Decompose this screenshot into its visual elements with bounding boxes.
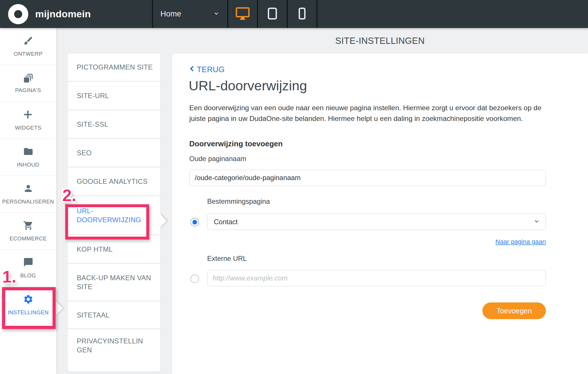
menu-item-site-ssl[interactable]: SITE-SSL (68, 111, 160, 139)
phone-icon (295, 7, 309, 21)
page-selector-dropdown[interactable]: Home (153, 0, 227, 28)
destination-select[interactable]: Contact (207, 214, 546, 230)
external-url-label: Externe URL (207, 255, 247, 263)
page-selector-value: Home (160, 10, 181, 18)
destination-radio[interactable] (190, 218, 199, 227)
back-link-label: TERUG (197, 65, 225, 74)
chevron-down-icon (533, 218, 540, 226)
menu-item-privacyinstellingen[interactable]: PRIVACYINSTELLINGEN (68, 329, 160, 361)
menu-item-google-analytics[interactable]: GOOGLE ANALYTICS (68, 168, 160, 196)
brush-icon (23, 35, 33, 47)
old-page-label: Oude paginanaam (189, 155, 246, 163)
plus-icon (23, 109, 33, 121)
person-icon (23, 183, 33, 195)
sidebar-item-personaliseren[interactable]: PERSONALISEREN (0, 176, 56, 213)
tablet-view-button[interactable] (258, 0, 287, 28)
editor-window: mijndomein Home (0, 0, 588, 374)
menu-item-seo[interactable]: SEO (68, 139, 160, 168)
sidebar-item-label: INHOUD (17, 162, 39, 168)
chat-icon (23, 257, 33, 269)
folder-icon (23, 146, 33, 158)
desktop-view-button[interactable] (228, 0, 257, 28)
page-header-title: SITE-INSTELLINGEN (172, 36, 588, 46)
sidebar-item-widgets[interactable]: WIDGETS (0, 102, 56, 139)
sidebar-item-inhoud[interactable]: INHOUD (0, 139, 56, 176)
sidebar-item-paginas[interactable]: PAGINA'S (0, 65, 56, 102)
chevron-left-icon (188, 64, 197, 75)
old-page-input[interactable] (189, 170, 546, 186)
content-description: Een doorverwijzing van een oude naar een… (189, 102, 550, 124)
menu-item-sitetaal[interactable]: SITETAAL (68, 302, 160, 329)
sidebar-item-label: PAGINA'S (15, 87, 41, 94)
go-to-page-link[interactable]: Naar pagina gaan (495, 238, 546, 246)
brand-name: mijndomein (35, 8, 91, 20)
mijndomein-logo-icon (8, 4, 28, 24)
destination-label: Bestemmingspagina (207, 197, 270, 205)
external-url-input[interactable] (207, 270, 546, 286)
sidebar-item-ontwerp[interactable]: ONTWERP (0, 28, 56, 65)
pages-icon (23, 73, 33, 83)
menu-item-kop-html[interactable]: KOP HTML (68, 235, 160, 264)
annotation-box-url-doorverwijzing (65, 204, 149, 240)
chevron-down-icon (213, 10, 220, 18)
destination-select-value: Contact (214, 218, 238, 226)
tablet-icon (266, 7, 279, 21)
sidebar-item-label: BLOG (20, 272, 36, 279)
topbar: mijndomein Home (0, 0, 588, 28)
content-panel: TERUG URL-doorverwijzing Een doorverwijz… (172, 53, 588, 374)
topbar-spacer (317, 0, 588, 28)
sidebar-item-label: WIDGETS (15, 125, 41, 131)
toevoegen-button[interactable]: Toevoegen (482, 302, 546, 319)
annotation-step-1: 1. (2, 268, 16, 285)
sidebar-item-label: ECOMMERCE (10, 235, 47, 242)
menu-item-backup-maken-van-site[interactable]: BACK-UP MAKEN VAN SITE (68, 264, 160, 302)
desktop-icon (235, 6, 251, 22)
menu-item-pictogrammen-site[interactable]: PICTOGRAMMEN SITE (68, 53, 160, 82)
annotation-box-instellingen (2, 287, 56, 329)
menu-item-site-url[interactable]: SITE-URL (68, 82, 160, 111)
content-title: URL-doorverwijzing (189, 78, 307, 94)
phone-view-button[interactable] (288, 0, 317, 28)
brand: mijndomein (0, 0, 152, 28)
sidebar-item-label: PERSONALISEREN (2, 199, 54, 205)
sidebar-item-ecommerce[interactable]: ECOMMERCE (0, 213, 56, 250)
external-url-radio[interactable] (190, 274, 199, 283)
sidebar-item-label: ONTWERP (14, 51, 43, 57)
annotation-step-2: 2. (62, 187, 76, 204)
form-heading: Doorverwijzing toevoegen (189, 139, 283, 148)
cart-icon (23, 220, 33, 232)
back-link[interactable]: TERUG (188, 64, 225, 75)
